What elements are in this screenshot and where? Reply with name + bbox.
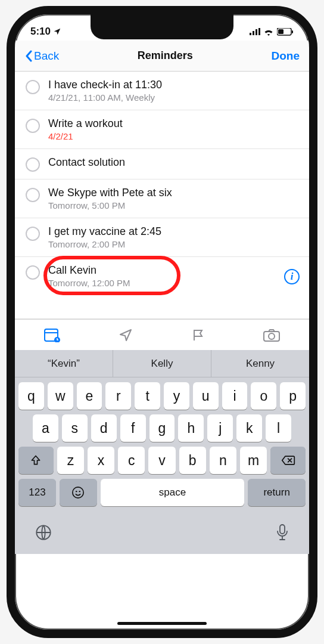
key-row-4: 123 space return [15, 474, 309, 511]
suggestion-bar: “Kevin” Kelly Kenny [15, 350, 309, 377]
svg-rect-16 [280, 525, 285, 534]
key-m[interactable]: m [240, 447, 267, 474]
key-c[interactable]: c [118, 447, 145, 474]
camera-button[interactable] [263, 329, 280, 342]
key-h[interactable]: h [178, 414, 204, 442]
complete-toggle[interactable] [26, 80, 40, 94]
back-label: Back [34, 49, 59, 63]
empty-space [15, 295, 309, 319]
cell-signal-icon [250, 28, 260, 35]
globe-icon[interactable] [35, 524, 52, 541]
info-icon[interactable]: i [284, 269, 300, 284]
key-n[interactable]: n [210, 447, 236, 474]
key-v[interactable]: v [148, 447, 175, 474]
quick-toolbar [15, 319, 309, 350]
back-button[interactable]: Back [24, 49, 59, 63]
chevron-left-icon [24, 50, 33, 62]
reminder-title: Write a workout [48, 117, 300, 130]
key-row-3: z x c v b n m [15, 442, 309, 474]
key-i[interactable]: i [222, 382, 248, 410]
key-x[interactable]: x [88, 447, 114, 474]
key-k[interactable]: k [236, 414, 262, 442]
key-e[interactable]: e [77, 382, 102, 410]
reminder-title: We Skype with Pete at six [48, 187, 300, 199]
home-indicator[interactable] [117, 622, 207, 625]
location-button[interactable] [119, 328, 133, 342]
key-b[interactable]: b [179, 447, 206, 474]
status-time: 5:10 [30, 26, 51, 38]
complete-toggle[interactable] [26, 157, 40, 172]
key-f[interactable]: f [120, 414, 146, 442]
key-s[interactable]: s [62, 414, 88, 442]
flag-button[interactable] [191, 328, 205, 342]
notch [91, 14, 233, 39]
key-r[interactable]: r [105, 382, 131, 410]
svg-rect-2 [256, 29, 257, 35]
key-a[interactable]: a [33, 414, 58, 442]
key-t[interactable]: t [135, 382, 160, 410]
svg-rect-1 [253, 31, 254, 35]
complete-toggle[interactable] [26, 188, 40, 202]
reminder-subtitle: Tomorrow, 12:00 PM [48, 278, 276, 288]
key-j[interactable]: j [207, 414, 233, 442]
svg-point-14 [79, 491, 80, 492]
key-u[interactable]: u [193, 382, 219, 410]
complete-toggle[interactable] [26, 119, 40, 133]
svg-point-13 [76, 491, 77, 492]
dictation-icon[interactable] [276, 524, 289, 541]
reminder-subtitle: Tomorrow, 2:00 PM [48, 239, 300, 249]
reminder-list: I have check-in at 11:30 4/21/21, 11:00 … [15, 72, 309, 319]
nav-bar: Back Reminders Done [15, 41, 309, 72]
nav-title: Reminders [138, 49, 193, 62]
reminder-row[interactable]: Contact solution [15, 149, 309, 179]
reminder-subtitle: Tomorrow, 5:00 PM [48, 200, 300, 210]
svg-rect-0 [250, 33, 251, 35]
key-z[interactable]: z [57, 447, 84, 474]
svg-point-11 [269, 333, 275, 339]
reminder-title[interactable]: Call Kevin [48, 264, 276, 277]
location-services-icon [53, 27, 61, 36]
key-row-1: q w e r t y u i o p [15, 377, 309, 410]
key-g[interactable]: g [149, 414, 175, 442]
svg-rect-5 [278, 29, 284, 34]
keyboard-bottom [15, 511, 309, 554]
wifi-icon [263, 28, 274, 36]
reminder-row[interactable]: I get my vaccine at 2:45 Tomorrow, 2:00 … [15, 218, 309, 257]
keyboard: “Kevin” Kelly Kenny q w e r t y u i o p … [15, 350, 309, 554]
key-p[interactable]: p [280, 382, 306, 410]
key-l[interactable]: l [266, 414, 291, 442]
svg-rect-3 [258, 28, 260, 35]
return-key[interactable]: return [248, 479, 306, 506]
reminder-title: Contact solution [48, 156, 300, 169]
key-row-2: a s d f g h j k l [15, 410, 309, 442]
reminder-title: I have check-in at 11:30 [48, 79, 300, 91]
key-y[interactable]: y [164, 382, 189, 410]
backspace-key[interactable] [270, 447, 306, 474]
reminder-row[interactable]: Write a workout 4/2/21 [15, 110, 309, 149]
reminder-subtitle: 4/21/21, 11:00 AM, Weekly [48, 92, 300, 103]
phone-frame: 5:10 Back Reminders Done [7, 6, 317, 638]
space-key[interactable]: space [101, 479, 245, 506]
reminder-subtitle: 4/2/21 [48, 131, 300, 141]
suggestion[interactable]: Kenny [211, 350, 309, 377]
reminder-row[interactable]: I have check-in at 11:30 4/21/21, 11:00 … [15, 72, 309, 110]
battery-icon [277, 28, 294, 36]
reminder-title: I get my vaccine at 2:45 [48, 225, 300, 238]
suggestion[interactable]: “Kevin” [15, 350, 113, 377]
suggestion[interactable]: Kelly [113, 350, 211, 377]
key-w[interactable]: w [48, 382, 73, 410]
complete-toggle[interactable] [26, 227, 40, 241]
done-button[interactable]: Done [271, 49, 300, 63]
reminder-row[interactable]: Call Kevin Tomorrow, 12:00 PM i [15, 257, 309, 295]
svg-rect-6 [292, 30, 293, 33]
key-d[interactable]: d [91, 414, 117, 442]
key-q[interactable]: q [18, 382, 44, 410]
svg-point-12 [73, 487, 83, 498]
number-key[interactable]: 123 [18, 479, 56, 506]
key-o[interactable]: o [251, 382, 276, 410]
emoji-key[interactable] [60, 479, 97, 506]
reminder-row[interactable]: We Skype with Pete at six Tomorrow, 5:00… [15, 179, 309, 218]
calendar-button[interactable] [44, 328, 61, 342]
shift-key[interactable] [18, 447, 54, 474]
complete-toggle[interactable] [26, 265, 40, 280]
